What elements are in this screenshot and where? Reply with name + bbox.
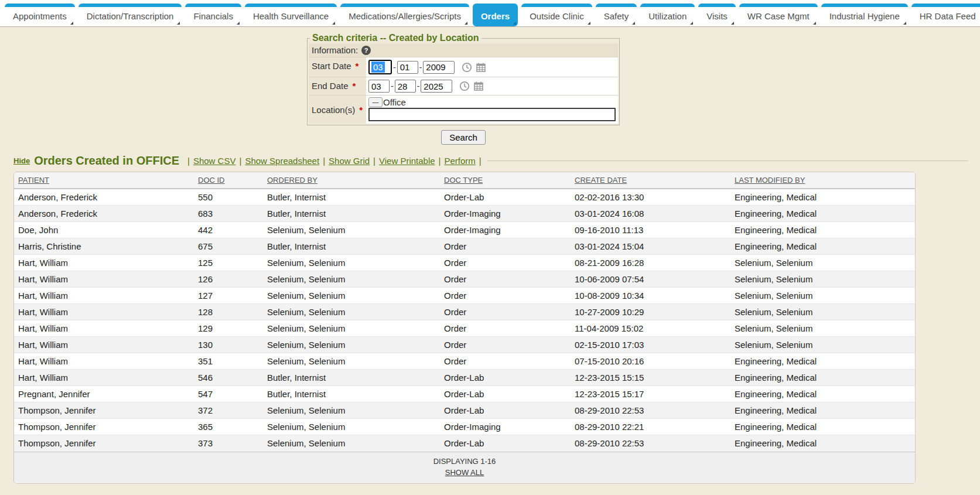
table-row[interactable]: Hart, William129Selenium, SeleniumOrder1…: [14, 320, 915, 337]
table-cell: Engineering, Medical: [730, 189, 915, 206]
column-header-ordered-by[interactable]: ORDERED BY: [263, 172, 440, 189]
tab-hr-data-feed[interactable]: HR Data Feed↗: [911, 4, 980, 26]
calendar-icon[interactable]: [473, 81, 484, 91]
table-cell: 442: [194, 222, 263, 238]
tab-safety[interactable]: Safety: [596, 4, 637, 26]
help-icon[interactable]: ?: [361, 46, 371, 55]
table-cell: 12-23-2015 15:17: [571, 386, 730, 402]
tab-utilization[interactable]: Utilization: [640, 4, 695, 26]
location-search-input[interactable]: [368, 108, 616, 121]
table-row[interactable]: Thompson, Jennifer365Selenium, SeleniumO…: [14, 419, 915, 435]
table-cell: Engineering, Medical: [730, 370, 915, 386]
tab-wr-case-mgmt[interactable]: WR Case Mgmt: [739, 4, 818, 26]
table-cell: 546: [194, 370, 263, 386]
column-header-create-date[interactable]: CREATE DATE: [571, 172, 730, 189]
show-spreadsheet-link[interactable]: Show Spreadsheet: [245, 156, 319, 166]
table-row[interactable]: Hart, William351Selenium, SeleniumOrder0…: [14, 353, 915, 370]
tab-outside-clinic[interactable]: Outside Clinic: [521, 4, 592, 26]
show-all-link[interactable]: SHOW ALL: [445, 468, 484, 477]
column-header-doc-type[interactable]: DOC TYPE: [440, 172, 571, 189]
table-cell: 373: [194, 435, 263, 452]
end-date-day-input[interactable]: [395, 80, 416, 93]
column-header-doc-id[interactable]: DOC ID: [194, 172, 263, 189]
table-cell: Order-Imaging: [440, 419, 571, 435]
tab-financials[interactable]: Financials: [185, 4, 241, 26]
table-cell: Hart, William: [14, 288, 194, 304]
information-label: Information:: [312, 45, 358, 55]
table-row[interactable]: Hart, William128Selenium, SeleniumOrder1…: [14, 304, 915, 320]
column-header-last-modified-by[interactable]: LAST MODIFIED BY: [730, 172, 915, 189]
column-header-label: DOC TYPE: [444, 176, 483, 185]
tab-label: Outside Clinic: [530, 11, 584, 21]
table-cell: Order: [440, 353, 571, 370]
remove-location-button[interactable]: —: [368, 97, 383, 107]
table-cell: 127: [194, 288, 263, 304]
table-row[interactable]: Anderson, Frederick550Butler, InternistO…: [14, 189, 915, 206]
table-cell: 129: [194, 320, 263, 337]
table-cell: Selenium, Selenium: [263, 255, 440, 271]
column-header-patient[interactable]: PATIENT: [14, 172, 194, 189]
hide-link[interactable]: Hide: [13, 156, 30, 165]
tab-appointments[interactable]: Appointments: [5, 4, 75, 26]
view-printable-link[interactable]: View Printable: [379, 156, 435, 166]
show-csv-link[interactable]: Show CSV: [193, 156, 236, 166]
start-date-month-input[interactable]: 03: [368, 60, 392, 74]
tab-industrial-hygiene[interactable]: Industrial Hygiene: [821, 4, 908, 26]
table-cell: 02-02-2016 13:30: [571, 189, 730, 206]
table-row[interactable]: Thompson, Jennifer373Selenium, SeleniumO…: [14, 435, 915, 452]
tab-menu-indicator-icon: [332, 22, 335, 25]
table-cell: 675: [194, 238, 263, 255]
selected-location-label: Office: [383, 97, 406, 107]
table-row[interactable]: Harris, Christine675Butler, InternistOrd…: [14, 238, 915, 255]
table-cell: Selenium, Selenium: [730, 320, 915, 337]
column-header-label: LAST MODIFIED BY: [735, 176, 805, 185]
table-cell: Selenium, Selenium: [263, 353, 440, 370]
show-grid-link[interactable]: Show Grid: [329, 156, 370, 166]
tab-health-surveillance[interactable]: Health Surveillance: [245, 4, 337, 26]
clock-icon[interactable]: [462, 62, 472, 73]
table-cell: Thompson, Jennifer: [14, 402, 194, 419]
clock-icon[interactable]: [459, 81, 470, 91]
search-button[interactable]: Search: [441, 130, 486, 145]
table-row[interactable]: Hart, William546Butler, InternistOrder-L…: [14, 370, 915, 386]
perform-link[interactable]: Perform: [445, 156, 476, 166]
results-actions: |Show CSV|Show Spreadsheet|Show Grid|Vie…: [184, 156, 485, 166]
table-cell: Order: [440, 255, 571, 271]
end-date-month-input[interactable]: [368, 80, 390, 93]
table-cell: 08-21-2009 16:28: [571, 255, 730, 271]
start-date-day-input[interactable]: [397, 61, 418, 74]
table-row[interactable]: Anderson, Frederick683Butler, InternistO…: [14, 206, 915, 222]
required-marker: *: [353, 81, 356, 91]
tab-label: Visits: [706, 11, 728, 21]
tab-visits[interactable]: Visits: [698, 4, 736, 26]
table-cell: Hart, William: [14, 320, 194, 337]
table-cell: Order-Imaging: [440, 206, 571, 222]
table-cell: Order: [440, 271, 571, 288]
table-row[interactable]: Hart, William130Selenium, SeleniumOrder0…: [14, 337, 915, 353]
search-panel-title: Search criteria -- Created by Location: [310, 33, 482, 43]
locations-fields: — Office: [366, 95, 618, 124]
table-row[interactable]: Pregnant, Jennifer547Butler, InternistOr…: [14, 386, 915, 402]
end-date-year-input[interactable]: [421, 80, 452, 93]
start-date-year-input[interactable]: [423, 61, 455, 74]
tab-medications-allergies-scripts[interactable]: Medications/Allergies/Scripts: [340, 4, 469, 26]
table-row[interactable]: Hart, William126Selenium, SeleniumOrder1…: [14, 271, 915, 288]
table-row[interactable]: Doe, John442Selenium, SeleniumOrder-Imag…: [14, 222, 915, 238]
table-row[interactable]: Hart, William125Selenium, SeleniumOrder0…: [14, 255, 915, 271]
table-row[interactable]: Thompson, Jennifer372Selenium, SeleniumO…: [14, 402, 915, 419]
end-date-row: End Date * - -: [309, 77, 618, 95]
header-divider-line: [487, 161, 968, 161]
table-cell: 10-08-2009 10:34: [571, 288, 730, 304]
locations-label-cell: Location(s) *: [309, 95, 366, 124]
action-separator: |: [373, 156, 375, 166]
tab-label: WR Case Mgmt: [747, 11, 810, 21]
tab-dictation-transcription[interactable]: Dictation/Transcription: [78, 4, 182, 26]
search-criteria-panel: Search criteria -- Created by Location I…: [307, 33, 620, 125]
calendar-icon[interactable]: [476, 62, 486, 73]
tab-orders[interactable]: Orders: [473, 4, 518, 26]
table-row[interactable]: Hart, William127Selenium, SeleniumOrder1…: [14, 288, 915, 304]
table-cell: Butler, Internist: [263, 386, 440, 402]
action-separator: |: [187, 156, 190, 166]
action-separator: |: [479, 156, 482, 166]
table-cell: 126: [194, 271, 263, 288]
